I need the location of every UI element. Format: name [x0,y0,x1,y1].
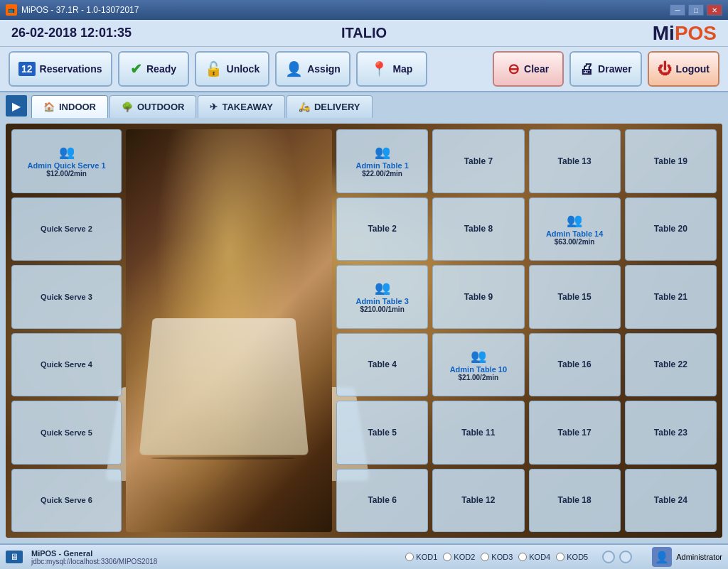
kod5-radio[interactable] [556,553,564,561]
assign-button[interactable]: 👤 Assign [275,51,350,87]
logout-button[interactable]: ⏻ Logout [648,51,719,87]
table-row[interactable]: Table 6 [336,469,428,533]
kod3-radio[interactable] [481,553,489,561]
tab-indoor[interactable]: 🏠 INDOOR [31,95,108,118]
tab-delivery[interactable]: 🛵 DELIVERY [287,95,373,118]
indicator-2 [619,551,632,563]
tab-outdoor[interactable]: 🌳 OUTDOOR [109,95,196,118]
app-title: MiPOS - 37.1R - 1.0-13072017 [21,5,670,15]
restaurant-photo [126,129,332,532]
table-row[interactable]: Table 9 [432,265,524,329]
indoor-icon: 🏠 [43,102,55,112]
delivery-label: DELIVERY [314,102,360,112]
status-info: MiPOS - General jdbc:mysql://localhost:3… [31,549,157,565]
table-row[interactable]: Quick Serve 5 [11,401,122,465]
table-row[interactable]: Table 19 [625,129,717,193]
outdoor-label: OUTDOOR [137,102,184,112]
table-label: Table 24 [654,495,687,505]
table-label: Table 18 [558,495,592,505]
table-label: Table 13 [558,156,592,166]
drawer-button[interactable]: 🖨 Drawer [569,51,641,87]
table-row[interactable]: 👥Admin Quick Serve 1$12.00/2min [11,129,122,193]
table-row[interactable]: Table 13 [529,129,621,193]
ready-button[interactable]: ✔ Ready [118,51,189,87]
restaurant-name: ITALIO [247,25,482,41]
logo-pos: POS [675,22,717,44]
clear-button[interactable]: ⊖ Clear [493,51,564,87]
kod2-label[interactable]: KOD2 [443,553,475,561]
kod1-radio[interactable] [405,553,414,561]
table-row[interactable]: Table 17 [529,401,621,465]
table-row[interactable]: 👥Admin Table 10$21.00/2min [432,333,524,397]
table-label: Table 17 [558,428,592,438]
map-label: Map [392,63,412,75]
table-row[interactable]: Table 8 [432,197,524,261]
kod3-label[interactable]: KOD3 [481,553,513,561]
occupied-icon: 👥 [375,280,390,296]
table-row[interactable]: Table 22 [625,333,717,397]
table-label: Table 6 [368,495,396,505]
table-row[interactable]: Table 16 [529,333,621,397]
map-button[interactable]: 📍 Map [356,51,427,87]
table-label: Table 7 [464,156,493,166]
occupied-icon: 👥 [567,212,582,228]
window-controls: ─ □ ✕ [670,4,722,16]
table-label: Table 12 [461,495,495,505]
admin-label: Administrator [676,553,722,561]
maximize-button[interactable]: □ [688,4,704,16]
table-row[interactable]: Table 2 [336,197,428,261]
table-label: Table 8 [464,224,493,234]
table-row[interactable]: Table 11 [432,401,524,465]
map-icon: 📍 [370,60,388,77]
table-row[interactable]: Table 18 [529,469,621,533]
table-row[interactable]: Table 23 [625,401,717,465]
minimize-button[interactable]: ─ [670,4,685,16]
occupied-icon: 👥 [471,348,486,364]
admin-icon: 👤 [652,547,672,567]
table-row[interactable]: 👥Admin Table 3$210.00/1min [336,265,428,329]
table-row[interactable]: Table 4 [336,333,428,397]
close-button[interactable]: ✕ [707,4,722,16]
drawer-icon: 🖨 [579,61,594,77]
table-label: Table 21 [654,292,687,302]
kod2-radio[interactable] [443,553,451,561]
table-label: Table 22 [654,359,687,369]
table-row[interactable]: Quick Serve 4 [11,333,122,397]
table-row[interactable]: Quick Serve 6 [11,469,122,533]
table-row[interactable]: 👥Admin Table 14$63.00/2min [529,197,621,261]
unlock-button[interactable]: 🔓 Unlock [195,51,270,87]
table-label: Table 16 [558,359,592,369]
main-content: 👥Admin Quick Serve 1$12.00/2min 👥Admin T… [0,118,728,543]
table-row[interactable]: Table 12 [432,469,524,533]
tab-takeaway[interactable]: ✈ TAKEAWAY [198,95,285,118]
table-label: Table 20 [654,224,687,234]
table-row[interactable]: Quick Serve 2 [11,197,122,261]
logout-icon: ⏻ [658,61,672,77]
toolbar: 12 Reservations ✔ Ready 🔓 Unlock 👤 Assig… [0,47,728,92]
kod4-label[interactable]: KOD4 [518,553,550,561]
table-row[interactable]: Table 5 [336,401,428,465]
table-row[interactable]: 👥Admin Table 1$22.00/2min [336,129,428,193]
kod4-radio[interactable] [518,553,527,561]
tab-scroll-button[interactable]: ▶ [6,95,27,116]
table-row[interactable]: Table 7 [432,129,524,193]
table-row[interactable]: Table 21 [625,265,717,329]
delivery-icon: 🛵 [299,102,310,112]
kod5-label[interactable]: KOD5 [556,553,588,561]
status-bar: 🖥 MiPOS - General jdbc:mysql://localhost… [0,543,728,569]
table-row[interactable]: Table 15 [529,265,621,329]
db-url: jdbc:mysql://localhost:3306/MIPOS2018 [31,558,157,565]
kod1-label[interactable]: KOD1 [405,553,437,561]
app-logo: MiPOS [481,22,717,45]
reservations-button[interactable]: 12 Reservations [9,51,112,87]
table-row[interactable]: Table 24 [625,469,717,533]
table-row[interactable]: Quick Serve 3 [11,265,122,329]
takeaway-icon: ✈ [210,102,218,112]
table-label: Table 15 [558,292,592,302]
calendar-icon: 12 [18,62,36,76]
table-label: Table 2 [368,224,396,234]
occupied-icon: 👥 [59,144,75,160]
unlock-label: Unlock [227,63,260,75]
table-row[interactable]: Table 20 [625,197,717,261]
indicator-1 [602,551,615,563]
